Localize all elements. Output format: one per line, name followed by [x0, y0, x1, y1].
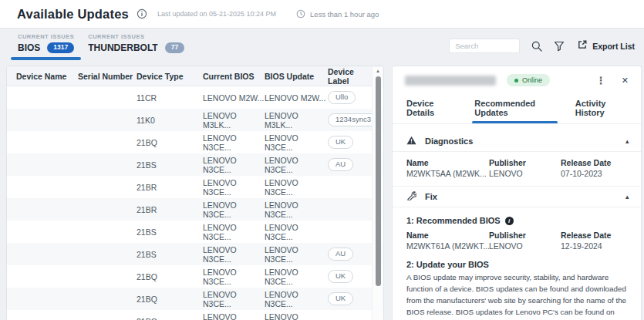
- collapse-caret-icon[interactable]: ▲: [625, 194, 630, 200]
- cell-device-type: 21BS: [137, 160, 203, 170]
- table-row[interactable]: 21BQ LENOVO N3CE... LENOVO N3CE... UK: [7, 131, 383, 153]
- tab-activity-history[interactable]: Activity History: [575, 94, 627, 123]
- diag-publisher-value: LENOVO: [489, 169, 561, 178]
- cell-current-bios: LENOVO N3CE...: [203, 223, 265, 241]
- warning-icon: [406, 134, 416, 148]
- cell-current-bios: LENOVO N3CE...: [203, 245, 265, 264]
- diagnostics-title: Diagnostics: [425, 136, 473, 146]
- scrollbar-up-icon[interactable]: ▲: [373, 69, 383, 73]
- table-row[interactable]: 11K0 LENOVO M3LK... LENOVO M3LK... 1234s…: [7, 109, 383, 131]
- status-text: Online: [522, 76, 542, 84]
- cell-bios-update: LENOVO N3CE...: [265, 268, 328, 286]
- col-device-label[interactable]: Device Label: [328, 67, 371, 86]
- export-list-label: Export List: [592, 42, 635, 51]
- table-row[interactable]: 21BQ LENOVO N3CE... LENOVO N3CE... UK: [7, 288, 383, 310]
- tab-bios[interactable]: CURRENT ISSUES BIOS 1317: [11, 31, 81, 60]
- tab-recommended-updates[interactable]: Recommended Updates: [474, 94, 555, 123]
- bios-update-description: A BIOS update may improve security, stab…: [406, 272, 629, 320]
- cell-device-type: 21BS: [137, 250, 203, 259]
- info-icon[interactable]: i: [505, 217, 514, 225]
- fix-name-label: Name: [406, 231, 489, 240]
- device-detail-panel: Online ⋮ ✕ Device Details Recommended Up…: [392, 66, 642, 320]
- col-bios-update[interactable]: BIOS Update: [265, 72, 328, 81]
- diag-name-label: Name: [406, 158, 489, 167]
- diag-name-value: M2WKT5AA (M2WK...: [406, 169, 489, 178]
- tab-device-details[interactable]: Device Details: [406, 94, 454, 123]
- description-text: A BIOS update may improve security, stab…: [406, 273, 626, 316]
- col-device-type[interactable]: Device Type: [137, 72, 203, 81]
- cell-device-type: 21BR: [137, 183, 203, 192]
- table-row[interactable]: 21BQ LENOVO N3CE... LENOVO N3CE... UK: [7, 265, 383, 288]
- filter-icon[interactable]: [554, 41, 565, 52]
- cell-current-bios: LENOVO N3CE...: [203, 268, 265, 286]
- diagnostics-fields: Name M2WKT5AA (M2WK... Publisher LENOVO …: [393, 152, 641, 187]
- close-icon[interactable]: ✕: [620, 76, 630, 86]
- table-row[interactable]: 21BR LENOVO N3CE... LENOVO N3CE...: [7, 198, 383, 221]
- last-updated-text: Last updated on 05-21-2025 10:24 PM: [157, 10, 276, 18]
- top-header-bar: Available Updates Last updated on 05-21-…: [0, 0, 644, 29]
- tab-bios-count-badge: 1317: [47, 42, 74, 52]
- table-body: 11CR LENOVO M2W... LENOVO M2W... Ullo 11…: [7, 86, 383, 320]
- fix-publisher-value: LENOVO: [489, 241, 561, 251]
- device-label-pill: AU: [328, 248, 353, 261]
- diagnostics-section-header[interactable]: Diagnostics ▲: [393, 131, 641, 152]
- cell-device-type: 21BS: [137, 227, 203, 237]
- available-updates-screen: Available Updates Last updated on 05-21-…: [0, 0, 644, 320]
- kebab-menu-icon[interactable]: ⋮: [593, 75, 609, 86]
- cell-device-type: 11K0: [137, 116, 203, 125]
- fix-publisher-label: Publisher: [489, 231, 561, 240]
- export-list-button[interactable]: Export List: [577, 39, 635, 53]
- diag-publisher-label: Publisher: [489, 158, 561, 167]
- device-label-pill: AU: [328, 158, 353, 171]
- table-row[interactable]: 21BQ LENOVO N3CE... LENOVO N3CE...: [7, 310, 383, 320]
- cell-device-type: 21BQ: [137, 317, 203, 320]
- cell-bios-update: LENOVO N3CE...: [265, 223, 328, 241]
- table-scrollbar[interactable]: ▲: [372, 67, 383, 320]
- cell-current-bios: LENOVO N3CE...: [203, 133, 265, 152]
- device-label-pill: UK: [328, 136, 353, 149]
- cell-bios-update: LENOVO N3CE...: [265, 290, 328, 308]
- cell-device-type: 21BR: [137, 205, 203, 214]
- search-input[interactable]: [449, 39, 520, 53]
- cell-bios-update: LENOVO N3CE...: [265, 156, 328, 174]
- last-updated-ago: Less than 1 hour ago: [310, 10, 379, 19]
- panel-tabs: Device Details Recommended Updates Activ…: [393, 94, 641, 124]
- collapse-caret-icon[interactable]: ▲: [625, 138, 630, 145]
- fix-step1-text: 1: Recommended BIOS: [406, 216, 501, 225]
- fix-release-value: 12-19-2024: [561, 241, 629, 251]
- updates-table: Device Name Serial Number Device Type Cu…: [6, 66, 384, 320]
- online-dot-icon: [514, 79, 518, 83]
- device-label-pill: Ullo: [328, 91, 356, 104]
- cell-bios-update: LENOVO N3CE...: [265, 312, 328, 320]
- fix-step2-title: 2: Update your BIOS: [406, 260, 629, 269]
- fix-fields: Name M2WKT61A (M2WKT... Publisher LENOVO…: [406, 225, 629, 260]
- search-icon[interactable]: [531, 41, 542, 52]
- tab-thunderbolt-eyebrow: CURRENT ISSUES: [88, 33, 184, 40]
- cell-bios-update: LENOVO M3LK...: [265, 111, 328, 130]
- cell-current-bios: LENOVO M3LK...: [203, 111, 265, 130]
- tab-thunderbolt[interactable]: CURRENT ISSUES THUNDERBOLT 77: [81, 31, 191, 60]
- table-row[interactable]: 21BS LENOVO N3CE... LENOVO N3CE...: [7, 221, 383, 243]
- cell-bios-update: LENOVO N3CE...: [265, 245, 328, 264]
- cell-current-bios: LENOVO M2W...: [203, 93, 265, 103]
- table-row[interactable]: 21BS LENOVO N3CE... LENOVO N3CE... AU: [7, 153, 383, 176]
- fix-title: Fix: [425, 192, 437, 201]
- table-header-row: Device Name Serial Number Device Type Cu…: [7, 66, 383, 86]
- info-icon[interactable]: [137, 8, 147, 19]
- fix-section-header[interactable]: Fix ▲: [393, 187, 641, 207]
- cell-current-bios: LENOVO N3CE...: [203, 156, 265, 174]
- table-row[interactable]: 21BR LENOVO N3CE... LENOVO N3CE...: [7, 176, 383, 198]
- status-badge: Online: [507, 74, 550, 86]
- fix-name-value: M2WKT61A (M2WKT...: [406, 241, 489, 251]
- table-row[interactable]: 11CR LENOVO M2W... LENOVO M2W... Ullo: [7, 86, 383, 109]
- fix-step2-text: 2: Update your BIOS: [406, 260, 489, 269]
- scrollbar-thumb[interactable]: [376, 76, 381, 286]
- col-current-bios[interactable]: Current BIOS: [203, 72, 265, 81]
- table-row[interactable]: 21BS LENOVO N3CE... LENOVO N3CE... AU: [7, 243, 383, 265]
- redacted-device-title: [405, 76, 496, 86]
- col-serial-number[interactable]: Serial Number: [78, 72, 137, 81]
- cell-device-type: 21BQ: [137, 295, 203, 304]
- export-icon: [577, 39, 588, 53]
- cell-current-bios: LENOVO N3CE...: [203, 178, 265, 197]
- col-device-name[interactable]: Device Name: [16, 72, 78, 81]
